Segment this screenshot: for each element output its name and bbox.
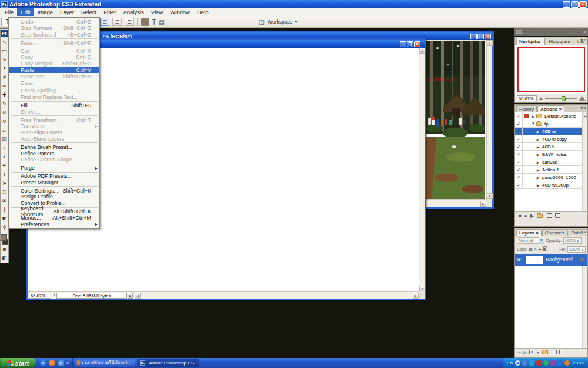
opacity-field[interactable]: 100% ▶ [563, 237, 582, 244]
dock-header[interactable]: » [514, 28, 588, 36]
new-action-icon[interactable] [547, 213, 552, 218]
new-group-icon[interactable] [542, 350, 548, 354]
menu-item-cut[interactable]: CutCtrl+X [9, 48, 99, 54]
panel-menu-icon[interactable]: ▼≡ [580, 230, 586, 234]
menu-item-step-backward[interactable]: Step BackwardAlt+Ctrl+Z [9, 32, 99, 38]
trash-icon[interactable] [555, 213, 560, 218]
zoom-out-mountain-icon[interactable] [539, 97, 543, 100]
menu-item-define-brush-preset[interactable]: Define Brush Preset... [9, 144, 99, 150]
tab-history[interactable]: History [516, 105, 537, 112]
action-row[interactable]: canvas [515, 158, 587, 166]
menu-item-define-custom-shape[interactable]: Define Custom Shape... [9, 157, 99, 163]
pen-tool[interactable]: ✒ [1, 161, 8, 170]
toggle-item-on-icon[interactable] [515, 181, 523, 189]
menu-item-paste[interactable]: PasteCtrl+V [9, 67, 99, 74]
dodge-tool[interactable]: ◐ [1, 152, 8, 161]
photo-vertical-scrollbar[interactable]: ▲ ▼ [486, 40, 492, 199]
toggle-item-on-icon[interactable] [515, 128, 523, 135]
layers-scrollbar[interactable] [582, 266, 587, 348]
delete-layer-icon[interactable] [559, 350, 564, 354]
menu-item-preset-manager[interactable]: Preset Manager... [9, 179, 99, 185]
tray-icon-messenger[interactable] [522, 360, 527, 366]
expand-arrow-icon[interactable] [535, 168, 541, 172]
menu-item-copy[interactable]: CopyCtrl+C [9, 54, 99, 61]
tray-icon-antivirus[interactable] [543, 360, 549, 366]
record-icon[interactable]: ● [524, 213, 527, 218]
align-right-button[interactable]: ☰ [125, 18, 134, 26]
dialog-toggle[interactable] [523, 120, 530, 128]
vertical-scrollbar[interactable]: ▲ ▼ [419, 48, 425, 291]
toggle-item-on-icon[interactable] [515, 151, 523, 158]
hand-tool[interactable]: ☛ [1, 214, 8, 223]
browser-icon[interactable]: e [58, 360, 64, 366]
toggle-item-on-icon[interactable] [515, 174, 523, 181]
expand-arrow-icon[interactable] [535, 183, 541, 187]
menu-item-clear[interactable]: Clear [9, 79, 99, 86]
lock-transparent-icon[interactable]: ▩ [529, 247, 533, 252]
stop-icon[interactable]: ■ [519, 213, 522, 218]
layer-row-background[interactable]: 👁 Background [515, 254, 587, 266]
doc-size-info[interactable]: Doc: 5.05M/0 bytes [56, 293, 127, 299]
layer-thumbnail[interactable] [526, 256, 543, 264]
scroll-down-icon[interactable]: ▼ [419, 286, 425, 291]
menu-item-menus[interactable]: Menus...Alt+Shift+Ctrl+M [9, 214, 99, 221]
tab-navigator[interactable]: Navigator × [516, 38, 545, 45]
menu-item-free-transform[interactable]: Free TransformCtrl+T [9, 117, 99, 123]
tray-chevron-icon[interactable]: ◀ [515, 360, 520, 366]
dialog-toggle[interactable] [523, 112, 530, 120]
toggle-item-on-icon[interactable] [515, 112, 523, 120]
menu-help[interactable]: Help [193, 8, 212, 16]
dialog-toggle[interactable] [523, 135, 530, 143]
menu-file[interactable]: File [1, 8, 17, 16]
dock-grip[interactable] [516, 30, 522, 34]
internet-explorer-icon[interactable]: e [40, 360, 46, 366]
zoom-tool[interactable]: ⚲ [1, 223, 8, 232]
expand-arrow-icon[interactable] [535, 152, 541, 157]
layer-mask-icon[interactable] [529, 350, 534, 354]
scroll-right-icon[interactable]: ▶ [480, 201, 486, 207]
slice-tool[interactable]: ✂ [1, 82, 8, 91]
slider-thumb[interactable] [562, 96, 566, 101]
language-indicator[interactable]: EN [507, 360, 513, 366]
menu-item-fill[interactable]: Fill...Shift+F5 [9, 102, 99, 109]
history-brush-tool[interactable]: ↺ [1, 117, 8, 126]
start-button[interactable]: start [0, 358, 36, 368]
dialog-toggle[interactable] [523, 143, 530, 151]
expand-arrow-icon[interactable] [535, 160, 541, 164]
toggle-item-on-icon[interactable] [515, 158, 523, 166]
menu-item-transform[interactable]: Transform [9, 123, 99, 130]
scroll-right-icon[interactable]: ▶ [413, 293, 419, 299]
panel-menu-icon[interactable]: ▼≡ [580, 38, 586, 42]
action-row[interactable]: tp [515, 120, 587, 128]
workspace-menu[interactable]: Workspace▼ [268, 19, 298, 25]
eyedropper-tool[interactable]: ∤ [1, 205, 8, 214]
align-left-button[interactable]: ☰ [100, 18, 109, 26]
menu-select[interactable]: Select [78, 8, 100, 16]
chevron-down-icon[interactable]: ▼ [539, 237, 544, 244]
resize-grip[interactable]: ⋰ [419, 291, 425, 299]
actions-scrollbar[interactable]: ▲ [582, 112, 587, 211]
scroll-up-icon[interactable]: ▲ [583, 114, 587, 118]
move-tool[interactable]: ↖ [1, 38, 8, 47]
dialog-toggle[interactable] [523, 158, 530, 166]
text-color-swatch[interactable] [141, 18, 149, 26]
path-selection-tool[interactable]: ➤ [1, 179, 8, 188]
tray-icon-ati[interactable] [536, 360, 542, 366]
scroll-left-icon[interactable]: ◀ [135, 293, 141, 299]
resize-grip[interactable]: ⋰ [486, 199, 492, 207]
menu-analysis[interactable]: Analysis [119, 8, 147, 16]
quick-selection-tool[interactable]: ✦ [1, 64, 8, 73]
toggle-item-on-icon[interactable] [515, 135, 523, 143]
clone-stamp-tool[interactable]: ⊚ [1, 108, 8, 117]
marquee-tool[interactable]: ▭ [1, 47, 8, 55]
expand-arrow-icon[interactable] [530, 122, 536, 125]
menu-item-auto-align-layers[interactable]: Auto-Align Layers... [9, 130, 99, 136]
toggle-item-on-icon[interactable] [515, 120, 523, 128]
adjustment-layer-icon[interactable]: ◐ [537, 350, 540, 355]
navigator-zoom-field[interactable]: 66.67% [517, 95, 537, 101]
menu-item-color-settings[interactable]: Color Settings...Shift+Ctrl+K [9, 187, 99, 194]
zoom-in-mountain-icon[interactable] [579, 96, 586, 101]
tray-icon-update[interactable] [529, 360, 534, 366]
horizontal-scrollbar[interactable]: ◀ ▶ [135, 292, 419, 299]
align-center-button[interactable]: ☰ [112, 18, 122, 26]
